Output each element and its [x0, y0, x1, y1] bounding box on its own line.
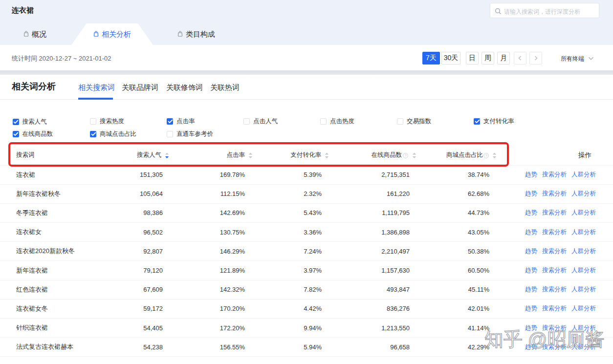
svg-text:?: ?: [404, 153, 406, 158]
svg-text:?: ?: [485, 153, 487, 158]
